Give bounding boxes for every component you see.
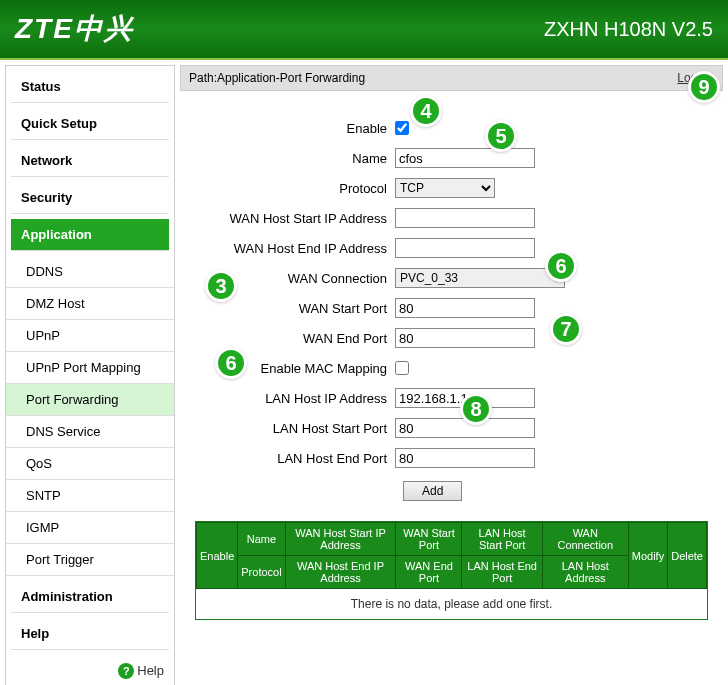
wan-connection-label: WAN Connection <box>195 271 395 286</box>
th-lan-host-end-port: LAN Host End Port <box>462 556 542 589</box>
protocol-select[interactable]: TCP <box>395 178 495 198</box>
breadcrumb-path: Path:Application-Port Forwarding <box>189 71 365 85</box>
sidebar: Status Quick Setup Network Security Appl… <box>5 65 175 685</box>
sidebar-item-network[interactable]: Network <box>11 145 169 177</box>
th-wan-host-end-ip: WAN Host End IP Address <box>285 556 396 589</box>
th-modify: Modify <box>628 523 667 589</box>
th-delete: Delete <box>668 523 707 589</box>
lan-host-ip-label: LAN Host IP Address <box>195 391 395 406</box>
logout-link[interactable]: Logout <box>677 71 714 85</box>
wan-start-port-label: WAN Start Port <box>195 301 395 316</box>
sidebar-item-sntp[interactable]: SNTP <box>6 480 174 512</box>
sidebar-item-application[interactable]: Application <box>11 219 169 251</box>
wan-host-end-ip-label: WAN Host End IP Address <box>195 241 395 256</box>
help-link[interactable]: ?Help <box>6 655 174 685</box>
th-wan-host-start-ip: WAN Host Start IP Address <box>285 523 396 556</box>
header: ZTE中兴 ZXHN H108N V2.5 <box>0 0 728 60</box>
protocol-label: Protocol <box>195 181 395 196</box>
wan-host-end-ip-input[interactable] <box>395 238 535 258</box>
wan-host-start-ip-label: WAN Host Start IP Address <box>195 211 395 226</box>
th-wan-connection: WAN Connection <box>542 523 628 556</box>
th-wan-start-port: WAN Start Port <box>396 523 462 556</box>
add-button[interactable]: Add <box>403 481 462 501</box>
enable-mac-label: Enable MAC Mapping <box>195 361 395 376</box>
sidebar-item-port-trigger[interactable]: Port Trigger <box>6 544 174 576</box>
breadcrumb: Path:Application-Port Forwarding Logout <box>180 65 723 91</box>
rules-table: Enable Name WAN Host Start IP Address WA… <box>196 522 707 619</box>
sidebar-item-dns-service[interactable]: DNS Service <box>6 416 174 448</box>
enable-label: Enable <box>195 121 395 136</box>
th-name: Name <box>238 523 285 556</box>
sidebar-item-dmz-host[interactable]: DMZ Host <box>6 288 174 320</box>
sidebar-item-status[interactable]: Status <box>11 71 169 103</box>
name-label: Name <box>195 151 395 166</box>
name-input[interactable] <box>395 148 535 168</box>
wan-end-port-label: WAN End Port <box>195 331 395 346</box>
sidebar-item-igmp[interactable]: IGMP <box>6 512 174 544</box>
lan-start-port-label: LAN Host Start Port <box>195 421 395 436</box>
help-icon: ? <box>118 663 134 679</box>
form-area: Enable Name Protocol TCP WAN Host Start … <box>195 116 708 501</box>
lan-end-port-label: LAN Host End Port <box>195 451 395 466</box>
enable-checkbox[interactable] <box>395 121 409 135</box>
lan-host-ip-input[interactable] <box>395 388 535 408</box>
sidebar-item-upnp[interactable]: UPnP <box>6 320 174 352</box>
sidebar-item-upnp-port-mapping[interactable]: UPnP Port Mapping <box>6 352 174 384</box>
lan-start-port-input[interactable] <box>395 418 535 438</box>
help-link-label: Help <box>137 663 164 678</box>
sidebar-item-quick-setup[interactable]: Quick Setup <box>11 108 169 140</box>
sidebar-item-administration[interactable]: Administration <box>11 581 169 613</box>
th-enable: Enable <box>197 523 238 589</box>
sidebar-item-help[interactable]: Help <box>11 618 169 650</box>
enable-mac-checkbox[interactable] <box>395 361 409 375</box>
th-lan-host-address: LAN Host Address <box>542 556 628 589</box>
lan-end-port-input[interactable] <box>395 448 535 468</box>
wan-start-port-input[interactable] <box>395 298 535 318</box>
wan-end-port-input[interactable] <box>395 328 535 348</box>
sidebar-item-ddns[interactable]: DDNS <box>6 256 174 288</box>
th-lan-host-start-port: LAN Host Start Port <box>462 523 542 556</box>
main-content: Path:Application-Port Forwarding Logout … <box>180 65 723 685</box>
th-wan-end-port: WAN End Port <box>396 556 462 589</box>
sidebar-item-security[interactable]: Security <box>11 182 169 214</box>
rules-table-wrap: Enable Name WAN Host Start IP Address WA… <box>195 521 708 620</box>
sidebar-item-port-forwarding[interactable]: Port Forwarding <box>6 384 174 416</box>
wan-connection-select[interactable]: PVC_0_33 <box>395 268 565 288</box>
th-protocol: Protocol <box>238 556 285 589</box>
table-empty-message: There is no data, please add one first. <box>197 589 707 620</box>
wan-host-start-ip-input[interactable] <box>395 208 535 228</box>
brand-logo: ZTE中兴 <box>15 10 134 48</box>
model-label: ZXHN H108N V2.5 <box>544 18 713 41</box>
sidebar-item-qos[interactable]: QoS <box>6 448 174 480</box>
